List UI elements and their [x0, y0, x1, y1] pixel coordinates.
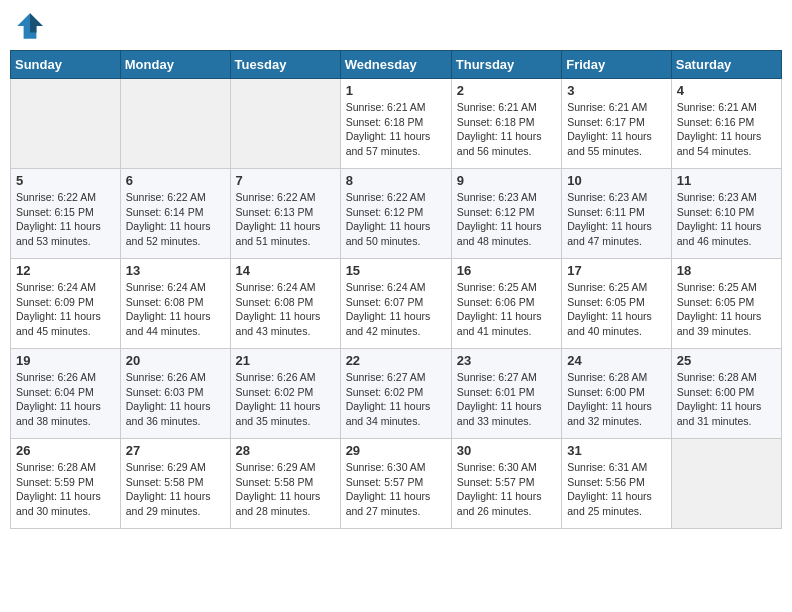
- day-info: Sunrise: 6:23 AM Sunset: 6:10 PM Dayligh…: [677, 190, 776, 249]
- logo: [14, 10, 50, 42]
- day-cell: 9Sunrise: 6:23 AM Sunset: 6:12 PM Daylig…: [451, 169, 561, 259]
- day-number: 9: [457, 173, 556, 188]
- day-number: 15: [346, 263, 446, 278]
- weekday-header-saturday: Saturday: [671, 51, 781, 79]
- day-number: 20: [126, 353, 225, 368]
- calendar-table: SundayMondayTuesdayWednesdayThursdayFrid…: [10, 50, 782, 529]
- day-number: 14: [236, 263, 335, 278]
- day-info: Sunrise: 6:21 AM Sunset: 6:16 PM Dayligh…: [677, 100, 776, 159]
- day-cell: 12Sunrise: 6:24 AM Sunset: 6:09 PM Dayli…: [11, 259, 121, 349]
- day-info: Sunrise: 6:21 AM Sunset: 6:18 PM Dayligh…: [346, 100, 446, 159]
- day-number: 25: [677, 353, 776, 368]
- week-row-3: 12Sunrise: 6:24 AM Sunset: 6:09 PM Dayli…: [11, 259, 782, 349]
- day-cell: 15Sunrise: 6:24 AM Sunset: 6:07 PM Dayli…: [340, 259, 451, 349]
- day-cell: [230, 79, 340, 169]
- day-cell: 8Sunrise: 6:22 AM Sunset: 6:12 PM Daylig…: [340, 169, 451, 259]
- day-cell: 22Sunrise: 6:27 AM Sunset: 6:02 PM Dayli…: [340, 349, 451, 439]
- day-cell: 5Sunrise: 6:22 AM Sunset: 6:15 PM Daylig…: [11, 169, 121, 259]
- day-info: Sunrise: 6:25 AM Sunset: 6:06 PM Dayligh…: [457, 280, 556, 339]
- day-cell: 17Sunrise: 6:25 AM Sunset: 6:05 PM Dayli…: [562, 259, 672, 349]
- day-info: Sunrise: 6:24 AM Sunset: 6:08 PM Dayligh…: [126, 280, 225, 339]
- day-number: 2: [457, 83, 556, 98]
- day-cell: 31Sunrise: 6:31 AM Sunset: 5:56 PM Dayli…: [562, 439, 672, 529]
- day-info: Sunrise: 6:26 AM Sunset: 6:04 PM Dayligh…: [16, 370, 115, 429]
- day-info: Sunrise: 6:29 AM Sunset: 5:58 PM Dayligh…: [126, 460, 225, 519]
- day-cell: 2Sunrise: 6:21 AM Sunset: 6:18 PM Daylig…: [451, 79, 561, 169]
- day-cell: 27Sunrise: 6:29 AM Sunset: 5:58 PM Dayli…: [120, 439, 230, 529]
- weekday-header-friday: Friday: [562, 51, 672, 79]
- day-info: Sunrise: 6:26 AM Sunset: 6:02 PM Dayligh…: [236, 370, 335, 429]
- day-info: Sunrise: 6:24 AM Sunset: 6:08 PM Dayligh…: [236, 280, 335, 339]
- day-number: 30: [457, 443, 556, 458]
- day-cell: 21Sunrise: 6:26 AM Sunset: 6:02 PM Dayli…: [230, 349, 340, 439]
- logo-icon: [14, 10, 46, 42]
- day-info: Sunrise: 6:25 AM Sunset: 6:05 PM Dayligh…: [677, 280, 776, 339]
- day-cell: 11Sunrise: 6:23 AM Sunset: 6:10 PM Dayli…: [671, 169, 781, 259]
- day-cell: 1Sunrise: 6:21 AM Sunset: 6:18 PM Daylig…: [340, 79, 451, 169]
- day-info: Sunrise: 6:27 AM Sunset: 6:01 PM Dayligh…: [457, 370, 556, 429]
- day-info: Sunrise: 6:22 AM Sunset: 6:14 PM Dayligh…: [126, 190, 225, 249]
- day-info: Sunrise: 6:30 AM Sunset: 5:57 PM Dayligh…: [346, 460, 446, 519]
- day-cell: [671, 439, 781, 529]
- weekday-header-tuesday: Tuesday: [230, 51, 340, 79]
- day-info: Sunrise: 6:24 AM Sunset: 6:09 PM Dayligh…: [16, 280, 115, 339]
- day-number: 11: [677, 173, 776, 188]
- weekday-header-wednesday: Wednesday: [340, 51, 451, 79]
- day-number: 12: [16, 263, 115, 278]
- day-cell: [120, 79, 230, 169]
- day-number: 22: [346, 353, 446, 368]
- day-cell: 30Sunrise: 6:30 AM Sunset: 5:57 PM Dayli…: [451, 439, 561, 529]
- day-number: 17: [567, 263, 666, 278]
- day-info: Sunrise: 6:28 AM Sunset: 6:00 PM Dayligh…: [677, 370, 776, 429]
- week-row-5: 26Sunrise: 6:28 AM Sunset: 5:59 PM Dayli…: [11, 439, 782, 529]
- day-number: 18: [677, 263, 776, 278]
- day-info: Sunrise: 6:27 AM Sunset: 6:02 PM Dayligh…: [346, 370, 446, 429]
- day-number: 6: [126, 173, 225, 188]
- week-row-4: 19Sunrise: 6:26 AM Sunset: 6:04 PM Dayli…: [11, 349, 782, 439]
- day-cell: 10Sunrise: 6:23 AM Sunset: 6:11 PM Dayli…: [562, 169, 672, 259]
- day-number: 13: [126, 263, 225, 278]
- day-number: 21: [236, 353, 335, 368]
- day-cell: 25Sunrise: 6:28 AM Sunset: 6:00 PM Dayli…: [671, 349, 781, 439]
- week-row-2: 5Sunrise: 6:22 AM Sunset: 6:15 PM Daylig…: [11, 169, 782, 259]
- day-cell: 7Sunrise: 6:22 AM Sunset: 6:13 PM Daylig…: [230, 169, 340, 259]
- weekday-header-thursday: Thursday: [451, 51, 561, 79]
- day-cell: 28Sunrise: 6:29 AM Sunset: 5:58 PM Dayli…: [230, 439, 340, 529]
- day-cell: 29Sunrise: 6:30 AM Sunset: 5:57 PM Dayli…: [340, 439, 451, 529]
- day-cell: [11, 79, 121, 169]
- day-cell: 6Sunrise: 6:22 AM Sunset: 6:14 PM Daylig…: [120, 169, 230, 259]
- day-info: Sunrise: 6:31 AM Sunset: 5:56 PM Dayligh…: [567, 460, 666, 519]
- weekday-header-row: SundayMondayTuesdayWednesdayThursdayFrid…: [11, 51, 782, 79]
- day-info: Sunrise: 6:21 AM Sunset: 6:18 PM Dayligh…: [457, 100, 556, 159]
- day-number: 16: [457, 263, 556, 278]
- page-header: [10, 10, 782, 42]
- day-number: 4: [677, 83, 776, 98]
- day-number: 29: [346, 443, 446, 458]
- day-number: 10: [567, 173, 666, 188]
- day-cell: 13Sunrise: 6:24 AM Sunset: 6:08 PM Dayli…: [120, 259, 230, 349]
- day-number: 7: [236, 173, 335, 188]
- day-number: 23: [457, 353, 556, 368]
- day-cell: 4Sunrise: 6:21 AM Sunset: 6:16 PM Daylig…: [671, 79, 781, 169]
- day-info: Sunrise: 6:23 AM Sunset: 6:11 PM Dayligh…: [567, 190, 666, 249]
- day-info: Sunrise: 6:22 AM Sunset: 6:15 PM Dayligh…: [16, 190, 115, 249]
- day-number: 5: [16, 173, 115, 188]
- day-info: Sunrise: 6:26 AM Sunset: 6:03 PM Dayligh…: [126, 370, 225, 429]
- day-info: Sunrise: 6:29 AM Sunset: 5:58 PM Dayligh…: [236, 460, 335, 519]
- week-row-1: 1Sunrise: 6:21 AM Sunset: 6:18 PM Daylig…: [11, 79, 782, 169]
- day-cell: 20Sunrise: 6:26 AM Sunset: 6:03 PM Dayli…: [120, 349, 230, 439]
- day-info: Sunrise: 6:28 AM Sunset: 6:00 PM Dayligh…: [567, 370, 666, 429]
- day-cell: 14Sunrise: 6:24 AM Sunset: 6:08 PM Dayli…: [230, 259, 340, 349]
- day-info: Sunrise: 6:24 AM Sunset: 6:07 PM Dayligh…: [346, 280, 446, 339]
- weekday-header-monday: Monday: [120, 51, 230, 79]
- day-number: 31: [567, 443, 666, 458]
- day-info: Sunrise: 6:23 AM Sunset: 6:12 PM Dayligh…: [457, 190, 556, 249]
- day-number: 3: [567, 83, 666, 98]
- day-number: 8: [346, 173, 446, 188]
- day-number: 1: [346, 83, 446, 98]
- day-number: 26: [16, 443, 115, 458]
- weekday-header-sunday: Sunday: [11, 51, 121, 79]
- day-number: 28: [236, 443, 335, 458]
- day-info: Sunrise: 6:22 AM Sunset: 6:13 PM Dayligh…: [236, 190, 335, 249]
- day-info: Sunrise: 6:28 AM Sunset: 5:59 PM Dayligh…: [16, 460, 115, 519]
